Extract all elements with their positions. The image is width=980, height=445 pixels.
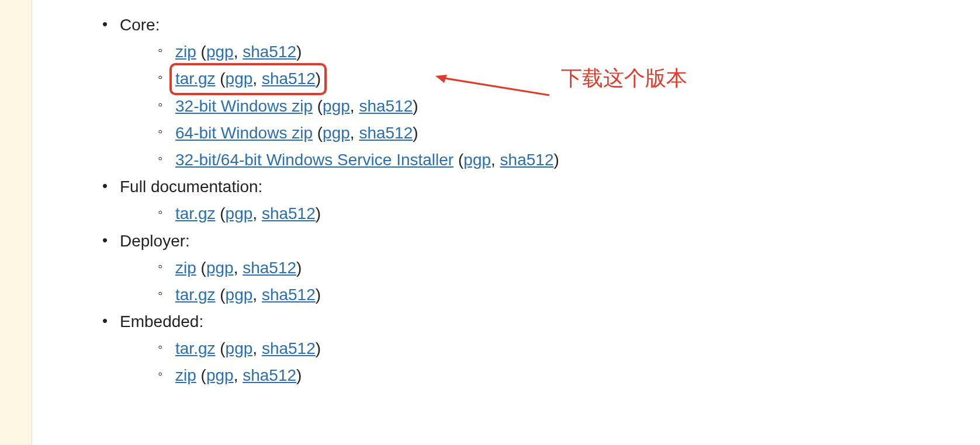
- download-item: zip (pgp, sha512): [175, 39, 980, 65]
- section-label: Full documentation:: [120, 178, 262, 196]
- pgp-link[interactable]: pgp: [463, 151, 491, 169]
- sha512-link[interactable]: sha512: [243, 259, 296, 277]
- section-embedded: Embedded: tar.gz (pgp, sha512) zip (pgp,…: [120, 308, 980, 390]
- download-item: tar.gz (pgp, sha512): [175, 335, 980, 362]
- sha512-link[interactable]: sha512: [262, 339, 316, 357]
- download-link[interactable]: tar.gz: [175, 286, 215, 304]
- download-link[interactable]: zip: [175, 259, 196, 277]
- download-item: zip (pgp, sha512): [175, 255, 980, 281]
- download-link[interactable]: 32-bit/64-bit Windows Service Installer: [175, 151, 453, 169]
- download-link[interactable]: 64-bit Windows zip: [175, 124, 313, 142]
- download-item: 32-bit Windows zip (pgp, sha512): [175, 93, 980, 120]
- pgp-link[interactable]: pgp: [226, 204, 253, 222]
- pgp-link[interactable]: pgp: [206, 259, 234, 277]
- download-item: tar.gz (pgp, sha512): [175, 200, 980, 227]
- section-label: Core:: [120, 16, 160, 34]
- download-link[interactable]: tar.gz: [175, 339, 215, 357]
- section-label: Deployer:: [120, 232, 190, 250]
- section-fulldoc: Full documentation: tar.gz (pgp, sha512): [120, 173, 980, 227]
- pgp-link[interactable]: pgp: [226, 286, 253, 304]
- download-item: tar.gz (pgp, sha512): [175, 281, 980, 308]
- section-core: Core: zip (pgp, sha512) tar.gz (pgp, sha…: [120, 12, 980, 173]
- section-label: Embedded:: [120, 312, 203, 331]
- pgp-link[interactable]: pgp: [226, 69, 253, 88]
- section-deployer: Deployer: zip (pgp, sha512) tar.gz (pgp,…: [120, 228, 980, 309]
- download-link[interactable]: 32-bit Windows zip: [175, 97, 313, 115]
- download-link[interactable]: tar.gz: [175, 69, 215, 88]
- sha512-link[interactable]: sha512: [243, 43, 296, 61]
- annotation-text: 下载这个版本: [561, 64, 687, 93]
- sha512-link[interactable]: sha512: [262, 286, 316, 304]
- sha512-link[interactable]: sha512: [262, 204, 316, 222]
- pgp-link[interactable]: pgp: [226, 339, 253, 357]
- download-link[interactable]: zip: [175, 366, 196, 384]
- pgp-link[interactable]: pgp: [323, 124, 350, 142]
- sha512-link[interactable]: sha512: [359, 124, 413, 142]
- pgp-link[interactable]: pgp: [206, 43, 234, 61]
- download-item: 64-bit Windows zip (pgp, sha512): [175, 120, 980, 147]
- download-link[interactable]: tar.gz: [175, 204, 215, 222]
- download-list: Core: zip (pgp, sha512) tar.gz (pgp, sha…: [32, 12, 980, 390]
- sha512-link[interactable]: sha512: [359, 97, 413, 115]
- pgp-link[interactable]: pgp: [206, 366, 234, 384]
- download-item: 32-bit/64-bit Windows Service Installer …: [175, 147, 980, 173]
- sha512-link[interactable]: sha512: [243, 366, 296, 384]
- download-item: zip (pgp, sha512): [175, 362, 980, 389]
- highlight-box: tar.gz (pgp, sha512): [172, 65, 324, 92]
- sha512-link[interactable]: sha512: [500, 151, 554, 169]
- sha512-link[interactable]: sha512: [262, 69, 316, 88]
- document-page: Core: zip (pgp, sha512) tar.gz (pgp, sha…: [32, 0, 980, 445]
- pgp-link[interactable]: pgp: [323, 97, 350, 115]
- download-link[interactable]: zip: [175, 43, 196, 61]
